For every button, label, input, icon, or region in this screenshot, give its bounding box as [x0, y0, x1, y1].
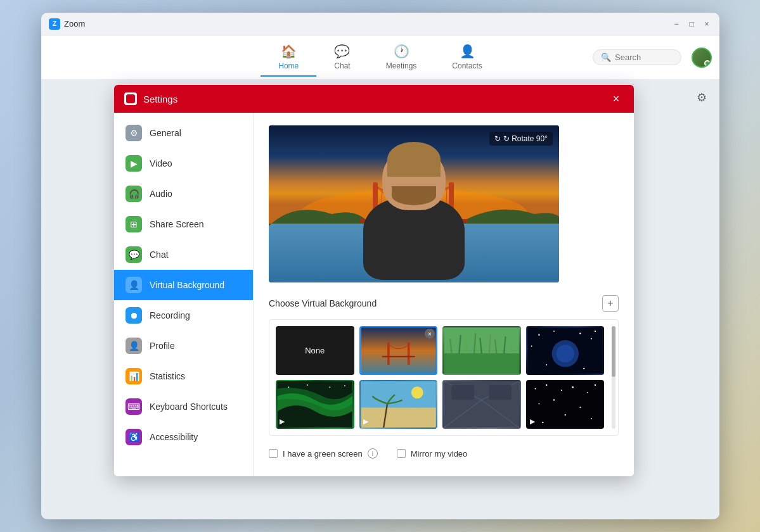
recording-icon: ⏺ — [126, 307, 142, 324]
mirror-video-option[interactable]: Mirror my video — [397, 449, 468, 459]
search-box[interactable]: 🔍 — [593, 49, 681, 65]
sidebar-item-profile[interactable]: 👤 Profile — [114, 331, 253, 361]
settings-gear-button[interactable]: ⚙ — [692, 87, 712, 108]
svg-point-48 — [411, 386, 423, 398]
sidebar-item-audio[interactable]: 🎧 Audio — [114, 179, 253, 209]
green-screen-checkbox[interactable] — [269, 449, 278, 458]
svg-point-32 — [556, 345, 574, 362]
virtual-background-icon: 👤 — [126, 277, 142, 293]
bg-thumbnails-wrapper: None × — [269, 319, 619, 436]
app-window: Z Zoom − □ × 🏠 Home 💬 Chat 🕐 Meetings — [41, 13, 719, 519]
sidebar-label-accessibility: Accessibility — [150, 432, 198, 442]
sidebar-item-statistics[interactable]: 📊 Statistics — [114, 361, 253, 391]
svg-point-40 — [583, 368, 584, 369]
grass-thumb-svg — [444, 327, 520, 374]
svg-point-36 — [591, 338, 592, 339]
add-icon: + — [607, 298, 613, 309]
sidebar-item-keyboard-shortcuts[interactable]: ⌨ Keyboard Shortcuts — [114, 391, 253, 422]
bg-thumb-none[interactable]: None — [276, 326, 354, 375]
home-icon: 🏠 — [281, 44, 297, 59]
sidebar-item-accessibility[interactable]: ♿ Accessibility — [114, 422, 253, 452]
bg-thumb-aurora[interactable]: ▶ — [276, 380, 354, 429]
nav-tab-contacts[interactable]: 👤 Contacts — [434, 39, 499, 77]
rotate-label: ↻ Rotate 90° — [503, 134, 548, 143]
rotate-button[interactable]: ↻ ↻ Rotate 90° — [489, 132, 553, 146]
svg-rect-20 — [444, 353, 519, 374]
svg-point-45 — [344, 385, 345, 386]
minimize-button[interactable]: − — [671, 19, 681, 29]
statistics-icon: 📊 — [126, 368, 142, 384]
sidebar-item-virtual-background[interactable]: 👤 Virtual Background — [114, 270, 253, 300]
svg-point-35 — [579, 332, 581, 334]
svg-point-38 — [531, 346, 532, 347]
settings-close-button[interactable]: × — [609, 91, 624, 106]
person-overlay — [363, 147, 465, 280]
nav-tab-home[interactable]: 🏠 Home — [261, 39, 316, 77]
settings-header: Settings × — [114, 85, 634, 113]
bg-thumb-close-button[interactable]: × — [425, 329, 435, 339]
maximize-button[interactable]: □ — [686, 19, 697, 29]
title-bar: Z Zoom − □ × — [41, 13, 719, 35]
bg-thumb-grass[interactable] — [442, 326, 521, 375]
interior-thumb-svg — [444, 381, 520, 428]
sidebar-label-profile: Profile — [150, 341, 175, 351]
sidebar-label-audio: Audio — [150, 189, 172, 199]
add-background-button[interactable]: + — [602, 295, 619, 312]
chat-icon: 💬 — [126, 246, 142, 263]
sidebar-label-virtual-background: Virtual Background — [150, 280, 224, 290]
bg-thumb-golden-gate[interactable]: × — [359, 326, 438, 375]
svg-point-37 — [594, 331, 595, 332]
bottom-options: I have a green screen i Mirror my video — [269, 448, 619, 459]
keyboard-shortcuts-icon: ⌨ — [126, 398, 142, 415]
green-screen-info-icon[interactable]: i — [368, 448, 378, 459]
green-screen-option[interactable]: I have a green screen i — [269, 448, 378, 459]
nav-tab-meetings[interactable]: 🕐 Meetings — [368, 39, 435, 77]
rotate-icon: ↻ — [494, 134, 501, 143]
mirror-video-label: Mirror my video — [411, 449, 468, 459]
svg-rect-18 — [382, 356, 415, 357]
bg-thumb-beach[interactable]: ▶ — [359, 380, 438, 429]
avatar[interactable] — [692, 48, 712, 68]
close-button[interactable]: × — [702, 19, 712, 29]
sidebar-item-general[interactable]: ⚙ General — [114, 118, 253, 148]
mirror-video-checkbox[interactable] — [397, 449, 406, 458]
nav-tab-chat[interactable]: 💬 Chat — [316, 39, 368, 77]
svg-point-66 — [579, 407, 581, 408]
profile-icon: 👤 — [126, 338, 142, 354]
svg-rect-47 — [361, 408, 435, 428]
chat-nav-icon: 💬 — [334, 44, 350, 59]
svg-point-42 — [288, 387, 289, 388]
sidebar-item-recording[interactable]: ⏺ Recording — [114, 300, 253, 331]
svg-point-43 — [307, 384, 308, 386]
sidebar-item-share-screen[interactable]: ⊞ Share Screen — [114, 209, 253, 239]
svg-point-63 — [594, 384, 595, 386]
svg-rect-46 — [361, 381, 435, 407]
app-title: Zoom — [64, 19, 85, 28]
bg-thumb-space[interactable] — [526, 326, 605, 375]
none-label: None — [305, 346, 325, 355]
svg-point-44 — [329, 387, 330, 388]
thumbnails-scrollbar[interactable] — [612, 326, 615, 429]
svg-rect-16 — [387, 343, 390, 365]
beach-video-icon: ▶ — [363, 417, 368, 426]
sidebar-item-chat[interactable]: 💬 Chat — [114, 239, 253, 270]
video-preview — [269, 125, 559, 282]
svg-rect-55 — [452, 385, 474, 400]
person-beard — [392, 186, 436, 205]
bg-thumbnails-grid: None × — [276, 326, 612, 429]
sidebar-label-share-screen: Share Screen — [150, 219, 204, 229]
nav-bar: 🏠 Home 💬 Chat 🕐 Meetings 👤 Contacts 🔍 — [41, 35, 719, 80]
vbg-section-title: Choose Virtual Background + — [269, 295, 619, 312]
sidebar-item-video[interactable]: ▶ Video — [114, 148, 253, 179]
nav-tab-home-label: Home — [278, 61, 299, 70]
video-preview-container: ↻ ↻ Rotate 90° — [269, 125, 559, 282]
settings-dialog: Settings × ⚙ General ▶ Video 🎧 — [114, 85, 634, 476]
nav-tab-chat-label: Chat — [334, 61, 350, 70]
svg-rect-57 — [527, 381, 602, 428]
settings-content: ↻ ↻ Rotate 90° Choose Virtual Background… — [254, 113, 634, 476]
svg-rect-56 — [489, 385, 512, 400]
bg-thumb-stars[interactable]: ▶ — [526, 380, 605, 429]
search-input[interactable] — [615, 53, 673, 62]
aurora-thumb-svg — [277, 381, 353, 428]
bg-thumb-interior[interactable] — [442, 380, 521, 429]
